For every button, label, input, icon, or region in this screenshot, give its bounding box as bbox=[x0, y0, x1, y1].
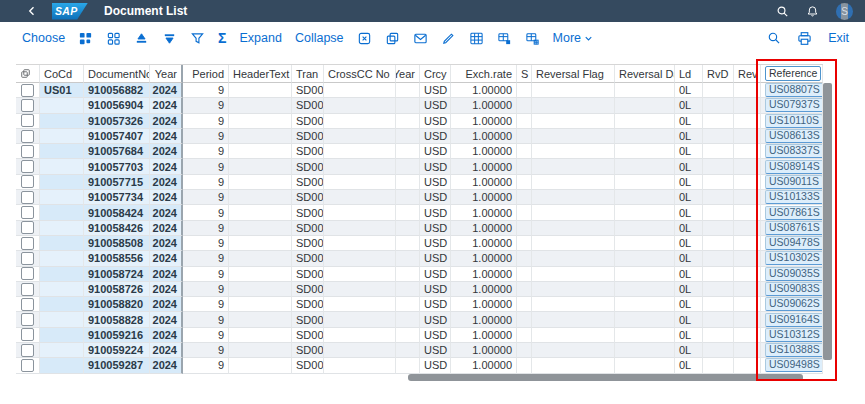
row-checkbox[interactable] bbox=[21, 252, 34, 265]
email-icon[interactable] bbox=[413, 31, 428, 46]
column-header-headertext[interactable]: HeaderText bbox=[229, 65, 292, 83]
table-row: 91005882020249SD00USD1.000000LUS09062S bbox=[16, 297, 823, 312]
column-header-exch_rate[interactable]: Exch.rate bbox=[451, 65, 517, 83]
reference-input[interactable]: US10312S bbox=[765, 328, 823, 342]
column-header-documentno[interactable]: DocumentNo bbox=[84, 65, 150, 83]
reference-input[interactable]: US10133S bbox=[765, 190, 823, 204]
row-checkbox[interactable] bbox=[21, 328, 34, 341]
table-row: 91005872620249SD00USD1.000000LUS09083S bbox=[16, 282, 823, 297]
choose-button[interactable]: Choose bbox=[22, 31, 65, 45]
layout-grid-icon[interactable] bbox=[106, 31, 121, 46]
row-checkbox[interactable] bbox=[21, 145, 34, 158]
column-header-rvd[interactable]: RvD bbox=[703, 65, 734, 83]
cell-ld: 0L bbox=[675, 175, 703, 190]
row-checkbox[interactable] bbox=[21, 130, 34, 143]
column-header-year2[interactable]: Year bbox=[396, 65, 420, 83]
reference-input[interactable]: US10110S bbox=[765, 114, 823, 128]
row-checkbox[interactable] bbox=[21, 298, 34, 311]
clear-selection-icon[interactable] bbox=[357, 31, 372, 46]
shell-search-icon[interactable] bbox=[776, 5, 789, 18]
column-header-tran[interactable]: Tran bbox=[292, 65, 324, 83]
row-checkbox[interactable] bbox=[21, 267, 34, 280]
column-header-s[interactable]: S bbox=[517, 65, 532, 83]
cell-period: 9 bbox=[183, 159, 229, 174]
pivot-table-icon[interactable] bbox=[525, 31, 540, 46]
column-header-reversal_date[interactable]: Reversal Date bbox=[615, 65, 675, 83]
reference-input[interactable]: US08613S bbox=[765, 129, 823, 143]
row-checkbox[interactable] bbox=[21, 191, 34, 204]
copy-icon[interactable] bbox=[385, 31, 400, 46]
cell-exch_rate: 1.00000 bbox=[451, 282, 517, 297]
reference-input[interactable]: US07937S bbox=[765, 98, 823, 112]
column-header-crosscc_no[interactable]: CrossCC No bbox=[324, 65, 396, 83]
cell-sel bbox=[16, 144, 40, 159]
row-checkbox[interactable] bbox=[21, 359, 34, 372]
column-header-crcy[interactable]: Crcy bbox=[420, 65, 451, 83]
row-checkbox[interactable] bbox=[21, 114, 34, 127]
sort-descending-icon[interactable] bbox=[162, 31, 177, 46]
row-checkbox[interactable] bbox=[21, 221, 34, 234]
collapse-button[interactable]: Collapse bbox=[295, 31, 344, 45]
reference-input[interactable]: US08914S bbox=[765, 160, 823, 174]
row-checkbox[interactable] bbox=[21, 344, 34, 357]
cell-headertext bbox=[229, 114, 292, 129]
notifications-bell-icon[interactable] bbox=[806, 5, 819, 18]
row-checkbox[interactable] bbox=[21, 84, 34, 97]
sum-button[interactable]: Σ bbox=[218, 31, 226, 45]
cell-crcy: USD bbox=[420, 175, 451, 190]
column-header-cocd[interactable]: CoCd▴ bbox=[40, 65, 84, 83]
expand-button[interactable]: Expand bbox=[240, 31, 282, 45]
row-checkbox[interactable] bbox=[21, 283, 34, 296]
row-checkbox[interactable] bbox=[21, 160, 34, 173]
reference-input[interactable]: US09035S bbox=[765, 267, 823, 281]
reference-input[interactable]: US09478S bbox=[765, 236, 823, 250]
print-icon[interactable] bbox=[797, 31, 812, 46]
column-header-rev[interactable]: Rev bbox=[734, 65, 761, 83]
find-icon[interactable] bbox=[767, 31, 781, 45]
cell-reversal_flag bbox=[532, 175, 615, 190]
table-view-icon[interactable] bbox=[497, 31, 512, 46]
row-checkbox[interactable] bbox=[21, 313, 34, 326]
reference-input[interactable]: US09011S bbox=[765, 175, 823, 189]
column-header-sel[interactable] bbox=[16, 65, 40, 83]
reference-input[interactable]: US08761S bbox=[765, 221, 823, 235]
spreadsheet-icon[interactable] bbox=[469, 31, 484, 46]
back-button[interactable] bbox=[26, 5, 38, 17]
reference-input[interactable]: US08337S bbox=[765, 144, 823, 158]
reference-input[interactable]: US09062S bbox=[765, 297, 823, 311]
column-header-period[interactable]: Period bbox=[183, 65, 229, 83]
row-checkbox[interactable] bbox=[21, 206, 34, 219]
sort-ascending-icon[interactable] bbox=[134, 31, 149, 46]
user-avatar[interactable]: S bbox=[836, 3, 853, 20]
more-button[interactable]: More bbox=[553, 31, 594, 45]
column-header-reference[interactable]: Reference bbox=[761, 65, 823, 83]
cell-year2 bbox=[396, 312, 420, 327]
row-checkbox[interactable] bbox=[21, 99, 34, 112]
column-header-ld[interactable]: Ld bbox=[675, 65, 703, 83]
filter-icon[interactable] bbox=[190, 31, 205, 46]
cell-ld: 0L bbox=[675, 328, 703, 343]
cell-cocd: US01 bbox=[40, 83, 84, 98]
horizontal-scrollbar[interactable] bbox=[408, 374, 803, 381]
cell-exch_rate: 1.00000 bbox=[451, 251, 517, 266]
reference-input[interactable]: US08807S bbox=[765, 83, 823, 97]
cell-reference: US09011S bbox=[761, 175, 823, 190]
more-label: More bbox=[553, 31, 581, 45]
reference-input[interactable]: US10302S bbox=[765, 251, 823, 265]
choose-details-icon[interactable] bbox=[78, 31, 93, 46]
reference-input[interactable]: US09083S bbox=[765, 282, 823, 296]
row-checkbox[interactable] bbox=[21, 237, 34, 250]
column-header-reversal_flag[interactable]: Reversal Flag bbox=[532, 65, 615, 83]
reference-input[interactable]: US10388S bbox=[765, 343, 823, 357]
row-checkbox[interactable] bbox=[21, 175, 34, 188]
reference-input[interactable]: US09164S bbox=[765, 313, 823, 327]
cell-year: 2024 bbox=[150, 236, 183, 251]
reference-input[interactable]: US09498S bbox=[765, 358, 823, 372]
exit-button[interactable]: Exit bbox=[828, 31, 849, 45]
cell-year: 2024 bbox=[150, 83, 183, 98]
pen-icon[interactable] bbox=[441, 31, 456, 46]
reference-input[interactable]: US07861S bbox=[765, 206, 823, 220]
vertical-scrollbar[interactable] bbox=[823, 83, 832, 360]
cell-cocd bbox=[40, 175, 84, 190]
column-header-year[interactable]: Year bbox=[150, 65, 183, 83]
